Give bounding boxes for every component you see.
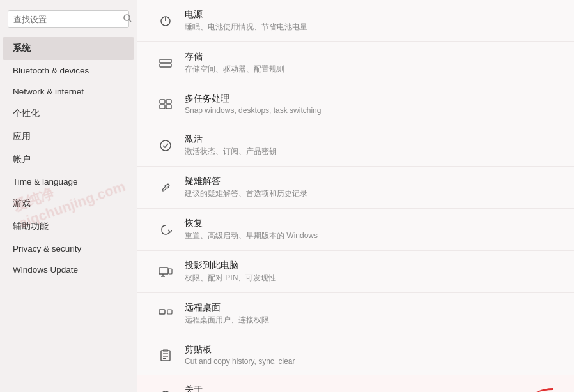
sidebar-item-accounts[interactable]: 帐户 (3, 148, 134, 171)
svg-point-0 (124, 15, 130, 20)
troubleshoot-icon (155, 181, 176, 194)
about-title: 关于 (185, 384, 318, 392)
settings-item-clipboard[interactable]: 剪贴板Cut and copy history, sync, clear (137, 335, 574, 375)
about-text: 关于设备规格、重命名电脑、Windows 规格 (185, 384, 318, 392)
search-input[interactable] (13, 15, 121, 24)
settings-item-activation[interactable]: 激活激活状态、订阅、产品密钥 (137, 124, 574, 167)
recovery-icon (155, 223, 176, 236)
recovery-subtitle: 重置、高级启动、早期版本的 Windows (185, 230, 318, 241)
svg-rect-4 (160, 59, 171, 63)
svg-point-10 (160, 140, 171, 151)
power-text: 电源睡眠、电池使用情况、节省电池电量 (185, 9, 307, 33)
settings-item-multitasking[interactable]: 多任务处理Snap windows, desktops, task switch… (137, 84, 574, 124)
svg-rect-11 (159, 268, 168, 274)
arrow-annotation (499, 385, 556, 393)
remote-subtitle: 远程桌面用户、连接权限 (185, 315, 269, 326)
svg-rect-5 (160, 64, 171, 67)
troubleshoot-subtitle: 建议的疑难解答、首选项和历史记录 (185, 188, 307, 199)
sidebar-item-network[interactable]: Network & internet (3, 81, 134, 102)
recovery-text: 恢复重置、高级启动、早期版本的 Windows (185, 218, 318, 241)
settings-list: 电源睡眠、电池使用情况、节省电池电量存储存储空间、驱动器、配置规则多任务处理Sn… (137, 0, 574, 392)
sidebar-item-personalization[interactable]: 个性化 (3, 102, 134, 125)
storage-subtitle: 存储空间、驱动器、配置规则 (185, 64, 284, 75)
svg-rect-7 (166, 100, 171, 103)
sidebar-item-privacy[interactable]: Privacy & security (3, 238, 134, 259)
multitasking-icon (155, 99, 176, 109)
activation-text: 激活激活状态、订阅、产品密钥 (185, 133, 277, 157)
sidebar-item-time[interactable]: Time & language (3, 171, 134, 192)
about-icon (155, 390, 176, 393)
recovery-title: 恢复 (185, 218, 318, 229)
remote-title: 远程桌面 (185, 302, 269, 313)
activation-title: 激活 (185, 133, 277, 145)
projection-title: 投影到此电脑 (185, 260, 276, 271)
search-box[interactable] (8, 10, 129, 28)
power-subtitle: 睡眠、电池使用情况、节省电池电量 (185, 22, 307, 33)
sidebar: 系统Bluetooth & devicesNetwork & internet个… (0, 0, 137, 392)
sidebar-item-bluetooth[interactable]: Bluetooth & devices (3, 60, 134, 81)
settings-item-recovery[interactable]: 恢复重置、高级启动、早期版本的 Windows (137, 209, 574, 251)
sidebar-item-apps[interactable]: 应用 (3, 125, 134, 148)
svg-rect-8 (160, 105, 165, 109)
projection-subtitle: 权限、配对 PIN、可发现性 (185, 273, 276, 283)
storage-text: 存储存储空间、驱动器、配置规则 (185, 51, 284, 75)
multitasking-subtitle: Snap windows, desktops, task switching (185, 106, 321, 115)
svg-rect-15 (159, 310, 165, 314)
storage-title: 存储 (185, 51, 284, 63)
main-content: 电源睡眠、电池使用情况、节省电池电量存储存储空间、驱动器、配置规则多任务处理Sn… (137, 0, 574, 392)
sidebar-item-update[interactable]: Windows Update (3, 259, 134, 280)
settings-item-storage[interactable]: 存储存储空间、驱动器、配置规则 (137, 42, 574, 84)
svg-rect-6 (160, 100, 165, 103)
sidebar-item-accessibility[interactable]: 辅助功能 (3, 215, 134, 238)
search-icon (123, 14, 132, 24)
troubleshoot-title: 疑难解答 (185, 176, 307, 187)
settings-item-projection[interactable]: 投影到此电脑权限、配对 PIN、可发现性 (137, 251, 574, 293)
settings-item-remote[interactable]: 远程桌面远程桌面用户、连接权限 (137, 293, 574, 335)
sidebar-item-gaming[interactable]: 游戏 (3, 192, 134, 215)
storage-icon (155, 58, 176, 68)
power-icon (155, 15, 176, 27)
multitasking-text: 多任务处理Snap windows, desktops, task switch… (185, 93, 321, 115)
settings-item-power[interactable]: 电源睡眠、电池使用情况、节省电池电量 (137, 0, 574, 42)
clipboard-title: 剪贴板 (185, 344, 295, 356)
svg-rect-17 (167, 310, 172, 314)
activation-icon (155, 139, 176, 152)
clipboard-subtitle: Cut and copy history, sync, clear (185, 357, 295, 366)
remote-text: 远程桌面远程桌面用户、连接权限 (185, 302, 269, 326)
remote-icon (155, 309, 176, 319)
projection-text: 投影到此电脑权限、配对 PIN、可发现性 (185, 260, 276, 283)
settings-item-about[interactable]: 关于设备规格、重命名电脑、Windows 规格 (137, 375, 574, 392)
power-title: 电源 (185, 9, 307, 20)
sidebar-item-system[interactable]: 系统 (3, 37, 134, 60)
activation-subtitle: 激活状态、订阅、产品密钥 (185, 146, 277, 157)
projection-icon (155, 267, 176, 277)
svg-rect-12 (169, 269, 172, 274)
svg-line-1 (129, 20, 131, 22)
settings-item-troubleshoot[interactable]: 疑难解答建议的疑难解答、首选项和历史记录 (137, 167, 574, 209)
troubleshoot-text: 疑难解答建议的疑难解答、首选项和历史记录 (185, 176, 307, 199)
multitasking-title: 多任务处理 (185, 93, 321, 105)
clipboard-text: 剪贴板Cut and copy history, sync, clear (185, 344, 295, 366)
clipboard-icon (155, 349, 176, 361)
svg-rect-9 (166, 105, 171, 109)
